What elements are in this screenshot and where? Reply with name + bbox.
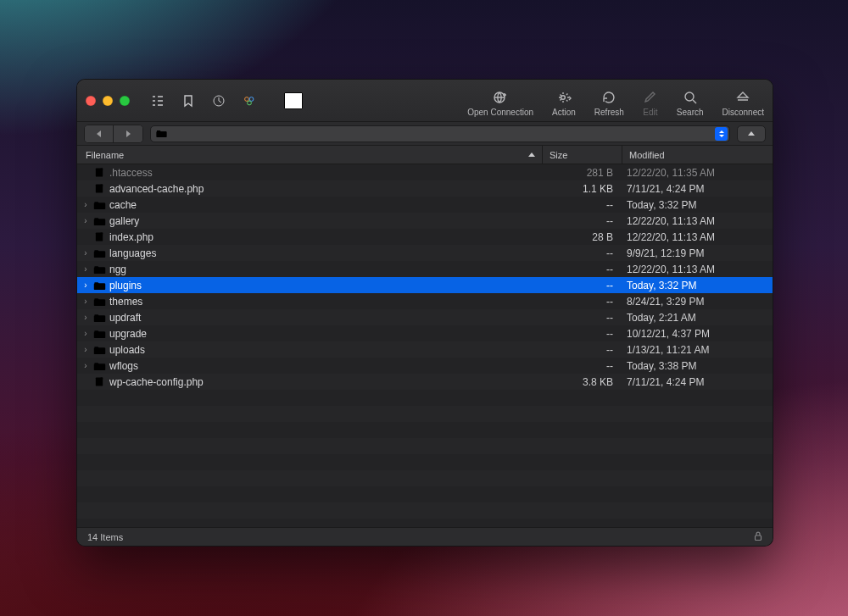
disclosure-triangle-icon[interactable]: › xyxy=(81,248,91,258)
svg-rect-8 xyxy=(756,536,762,541)
file-modified: 9/9/21, 12:19 PM xyxy=(622,247,773,259)
file-row[interactable]: ›ngg--12/22/20, 11:13 AM xyxy=(77,261,773,277)
edit-button: Edit xyxy=(643,90,658,117)
empty-row xyxy=(77,454,773,470)
minimize-window-button[interactable] xyxy=(103,96,113,106)
disclosure-triangle-icon[interactable]: › xyxy=(81,313,91,322)
empty-row xyxy=(77,438,773,454)
folder-icon xyxy=(91,297,108,307)
disclosure-triangle-icon[interactable]: › xyxy=(81,216,91,225)
file-icon xyxy=(91,183,108,194)
svg-point-4 xyxy=(248,101,252,105)
file-row[interactable]: ›upgrade--10/12/21, 4:37 PM xyxy=(77,325,773,341)
file-name: updraft xyxy=(108,312,542,324)
gear-icon xyxy=(556,90,572,105)
file-modified: 12/22/20, 11:13 AM xyxy=(622,264,773,275)
file-size: -- xyxy=(542,199,622,211)
file-size: -- xyxy=(542,344,622,356)
refresh-button[interactable]: Refresh xyxy=(594,90,624,117)
file-row[interactable]: ›cache--Today, 3:32 PM xyxy=(77,197,773,213)
disconnect-label: Disconnect xyxy=(722,108,764,117)
column-size-label: Size xyxy=(550,150,567,160)
disclosure-triangle-icon[interactable]: › xyxy=(81,200,91,209)
file-row[interactable]: ›uploads--1/13/21, 11:21 AM xyxy=(77,341,773,358)
folder-icon xyxy=(91,264,108,275)
file-size: -- xyxy=(542,296,622,308)
file-row[interactable]: ›languages--9/9/21, 12:19 PM xyxy=(77,245,773,261)
history-icon[interactable] xyxy=(211,93,226,108)
file-name: uploads xyxy=(108,344,542,356)
nav-back-forward xyxy=(84,125,143,143)
column-modified[interactable]: Modified xyxy=(622,146,773,164)
eject-icon xyxy=(735,90,750,105)
disclosure-triangle-icon[interactable]: › xyxy=(81,264,91,274)
file-size: -- xyxy=(542,312,622,324)
file-icon xyxy=(91,167,108,178)
column-modified-label: Modified xyxy=(629,150,665,160)
file-size: -- xyxy=(542,360,622,372)
file-row[interactable]: ›wflogs--Today, 3:38 PM xyxy=(77,358,773,374)
search-button[interactable]: Search xyxy=(677,90,704,117)
disclosure-triangle-icon[interactable]: › xyxy=(81,345,91,354)
folder-icon xyxy=(91,280,108,291)
path-navbar xyxy=(77,122,773,146)
path-field[interactable] xyxy=(150,125,730,142)
file-modified: 12/22/20, 11:13 AM xyxy=(622,215,773,227)
file-name: wflogs xyxy=(108,360,542,372)
disconnect-button[interactable]: Disconnect xyxy=(722,90,764,117)
file-list[interactable]: .htaccess281 B12/22/20, 11:35 AMadvanced… xyxy=(77,164,773,527)
folder-icon xyxy=(91,200,108,210)
disclosure-triangle-icon[interactable]: › xyxy=(81,361,91,370)
view-mode-icons xyxy=(150,93,257,108)
empty-row xyxy=(77,406,773,422)
column-size[interactable]: Size xyxy=(542,146,622,164)
folder-icon xyxy=(91,313,108,323)
action-button[interactable]: Action xyxy=(552,90,576,117)
file-size: -- xyxy=(542,247,622,259)
file-size: 3.8 KB xyxy=(542,376,622,388)
file-row[interactable]: index.php28 B12/22/20, 11:13 AM xyxy=(77,229,773,245)
folder-icon xyxy=(91,248,108,258)
zoom-window-button[interactable] xyxy=(120,96,130,106)
file-modified: 7/11/21, 4:24 PM xyxy=(622,376,773,388)
titlebar: Open Connection Action Refresh Edit xyxy=(77,80,773,122)
go-up-button[interactable] xyxy=(737,125,766,142)
bonjour-icon[interactable] xyxy=(242,93,257,108)
file-row[interactable]: ›updraft--Today, 2:21 AM xyxy=(77,309,773,325)
disclosure-triangle-icon[interactable]: › xyxy=(81,280,91,290)
nav-back-button[interactable] xyxy=(85,125,114,142)
empty-row xyxy=(77,502,773,519)
file-row[interactable]: ›gallery--12/22/20, 11:13 AM xyxy=(77,213,773,229)
svg-point-3 xyxy=(249,97,254,101)
close-window-button[interactable] xyxy=(86,96,96,106)
empty-row xyxy=(77,422,773,438)
quick-look-thumbnail[interactable] xyxy=(284,92,303,109)
search-label: Search xyxy=(677,108,704,117)
open-connection-button[interactable]: Open Connection xyxy=(467,90,533,117)
file-row[interactable]: ›themes--8/24/21, 3:29 PM xyxy=(77,293,773,309)
status-bar: 14 Items xyxy=(77,527,773,546)
folder-icon xyxy=(91,329,108,339)
file-row[interactable]: wp-cache-config.php3.8 KB7/11/21, 4:24 P… xyxy=(77,374,773,390)
column-filename[interactable]: Filename xyxy=(86,150,542,160)
nav-forward-button[interactable] xyxy=(114,125,142,142)
disclosure-triangle-icon[interactable]: › xyxy=(81,297,91,306)
file-row[interactable]: advanced-cache.php1.1 KB7/11/21, 4:24 PM xyxy=(77,180,773,197)
file-modified: 7/11/21, 4:24 PM xyxy=(622,183,773,195)
open-connection-label: Open Connection xyxy=(467,108,533,117)
empty-row xyxy=(77,470,773,486)
file-row[interactable]: .htaccess281 B12/22/20, 11:35 AM xyxy=(77,164,773,180)
file-size: 1.1 KB xyxy=(542,183,622,195)
bookmarks-icon[interactable] xyxy=(181,93,196,108)
disclosure-triangle-icon[interactable]: › xyxy=(81,329,91,338)
file-name: ngg xyxy=(108,264,542,275)
search-icon xyxy=(683,90,698,105)
outline-view-icon[interactable] xyxy=(150,93,165,108)
edit-label: Edit xyxy=(643,108,657,117)
path-stepper[interactable] xyxy=(715,127,728,141)
folder-icon xyxy=(91,345,108,355)
file-name: plugins xyxy=(108,280,542,291)
file-row[interactable]: ›plugins--Today, 3:32 PM xyxy=(77,277,773,293)
svg-point-7 xyxy=(685,92,694,101)
file-modified: Today, 2:21 AM xyxy=(622,312,773,324)
